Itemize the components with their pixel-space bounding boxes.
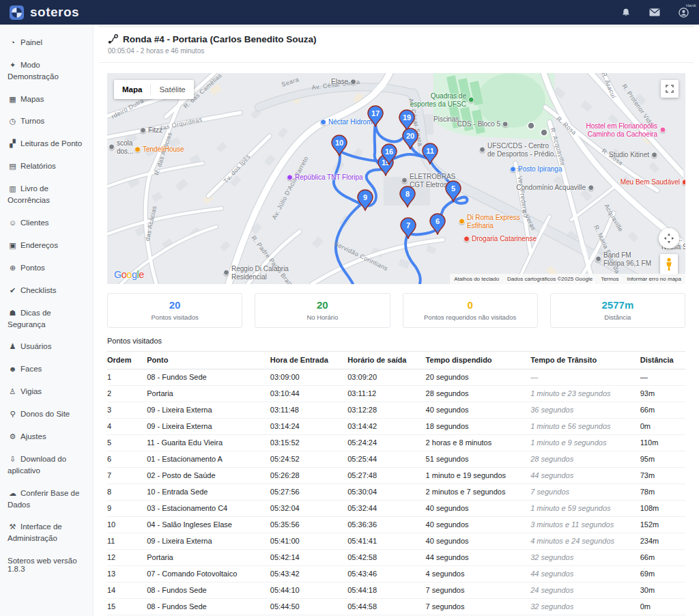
- user-account-icon[interactable]: Hardt: [677, 7, 689, 18]
- map-marker-8[interactable]: 8: [399, 186, 416, 208]
- poi-label-quadras-de[interactable]: Quadras deesportes da UFSC: [410, 92, 474, 108]
- stat-value: 20: [108, 299, 242, 311]
- map-marker-20[interactable]: 20: [402, 128, 418, 150]
- sidebar-item-endere-os[interactable]: ▣Endereços: [0, 234, 93, 257]
- poi-label-rep-blica-tnt-floripa[interactable]: República TNT Floripa: [287, 173, 363, 182]
- poi-label-posto-ipiranga[interactable]: Posto Ipiranga: [510, 165, 562, 173]
- cell: 05:24:24: [347, 435, 425, 451]
- stat-value: 2577m: [551, 299, 685, 311]
- poi-label-fitzz[interactable]: Fitzz: [140, 126, 162, 135]
- map-marker-16[interactable]: 16: [381, 143, 397, 165]
- cell: 234m: [640, 533, 685, 550]
- map-marker-11[interactable]: 11: [422, 143, 438, 165]
- cell: 08 - Fundos Sede: [147, 599, 270, 615]
- poi-label-meu-bem-saud-vel[interactable]: Meu Bem Saudável: [620, 178, 685, 186]
- sidebar-item-faces[interactable]: ☻Faces: [0, 358, 93, 380]
- poi-text: Band FMFloripa 96,1 FM: [603, 251, 651, 267]
- map-view-button[interactable]: Mapa: [114, 80, 150, 99]
- sidebar-item-mapas[interactable]: ▦Mapas: [0, 88, 93, 111]
- cell: 73m: [640, 468, 685, 484]
- svg-text:17: 17: [371, 109, 380, 117]
- table-row: 511 - Guarita Edu Vieira03:15:5205:24:24…: [107, 435, 685, 451]
- poi-text: República TNT Floripa: [295, 173, 363, 182]
- keyboard-shortcuts-link[interactable]: Atalhos do teclado: [454, 276, 499, 282]
- logbook-icon: ▥: [8, 184, 18, 195]
- sidebar-item-painel[interactable]: ◔Painel: [0, 31, 93, 54]
- sidebar-item-vigias[interactable]: ♙Vigias: [0, 380, 93, 403]
- notifications-bell-icon[interactable]: [620, 7, 632, 18]
- face-icon: ☻: [8, 364, 18, 375]
- cell-order: 9: [107, 501, 147, 517]
- sidebar-item-modo-demonstra-o[interactable]: ✦Modo Demonstração: [0, 54, 93, 88]
- street-view-pegman[interactable]: [660, 254, 678, 275]
- sidebar-item-turnos[interactable]: ◷Turnos: [0, 110, 93, 132]
- cell: 18 segundos: [426, 419, 531, 435]
- table-row: 1408 - Fundos Sede05:44:1005:44:187 segu…: [107, 583, 685, 599]
- sidebar-item-interface-de-administra-o[interactable]: ⚒Interface de Administração: [0, 516, 93, 550]
- visited-points-table: OrdemPontoHora de EntradaHorário de saíd…: [107, 351, 685, 616]
- sidebar-item-label: Vigias: [20, 387, 42, 395]
- sidebar-item-dicas-de-seguran-a[interactable]: ☗Dicas de Segurança: [0, 302, 93, 336]
- stat-card-no-hor-rio: 20No Horário: [255, 293, 390, 328]
- sidebar-item-livro-de-ocorr-ncias[interactable]: ▥Livro de Ocorrências: [0, 178, 93, 212]
- poi-label-band-fm[interactable]: Band FMFloripa 96,1 FM: [595, 251, 651, 267]
- svg-text:9: 9: [363, 193, 367, 201]
- sidebar-item-clientes[interactable]: ☺Clientes: [0, 212, 93, 234]
- sidebar-item-relat-rios[interactable]: ▤Relatórios: [0, 155, 93, 178]
- poi-label-elase[interactable]: Elase: [331, 78, 356, 86]
- sidebar-item-pontos[interactable]: ⊕Pontos: [0, 257, 93, 279]
- map-marker-9[interactable]: 9: [357, 189, 373, 211]
- poi-label-condom-nio-acquaville[interactable]: Condomínio Acquaville: [516, 184, 594, 192]
- map-marker-17[interactable]: 17: [367, 105, 384, 127]
- sidebar-item-download-do-aplicativo[interactable]: ⇩Download do aplicativo: [0, 448, 93, 482]
- map-marker-7[interactable]: 7: [400, 217, 416, 239]
- poi-label-scola[interactable]: scolados...: [109, 139, 133, 155]
- poi-dot-icon: [320, 120, 326, 126]
- sidebar-item-donos-do-site[interactable]: ⚲Donos do Site: [0, 403, 93, 425]
- poi-label-studio-kitinet[interactable]: Studio Kitinet: [609, 151, 657, 159]
- map-marker-6[interactable]: 6: [429, 213, 446, 235]
- sidebar-item-conferir-base-de-dados[interactable]: ☁Conferir Base de Dados: [0, 482, 93, 516]
- sidebar-item-usu-rios[interactable]: ♟Usuários: [0, 335, 93, 358]
- cell-order: 12: [107, 550, 147, 566]
- building: [216, 142, 227, 153]
- poi-label-piscinas[interactable]: Piscinas: [433, 115, 459, 124]
- pan-control[interactable]: [659, 228, 679, 249]
- poi-dot-icon: [682, 180, 685, 186]
- cell: 08 - Fundos Sede: [147, 583, 270, 599]
- google-map[interactable]: R. das Caméliasrdeiro DutraTv. das Orquí…: [107, 73, 685, 284]
- svg-text:16: 16: [385, 148, 393, 156]
- google-logo[interactable]: Google: [114, 269, 144, 280]
- cell: 04 - Salão Ingleses Elase: [147, 517, 270, 533]
- page-header: Ronda #4 - Portaria (Carlos Benedito Sou…: [99, 27, 694, 63]
- column-header: Tempo de Trânsito: [530, 352, 640, 369]
- messages-envelope-icon[interactable]: [648, 7, 661, 18]
- map-marker-5[interactable]: 5: [445, 180, 461, 202]
- satellite-view-button[interactable]: Satélite: [151, 80, 193, 99]
- poi-label-tendelihouse[interactable]: TendeliHouse: [134, 145, 184, 154]
- sidebar-item-leituras-de-ponto[interactable]: ▞Leituras de Ponto: [0, 132, 93, 155]
- building: [426, 245, 436, 254]
- cell: 08 - Fundos Sede: [147, 369, 270, 386]
- sidebar-item-ajustes[interactable]: ⚙Ajustes: [0, 425, 93, 448]
- poi-label-hostel-em-florian-polis[interactable]: Hostel em FlorianópolisCaminho da Cachoe…: [586, 122, 666, 138]
- stat-label: Pontos visitados: [108, 313, 242, 321]
- column-header: Ordem: [107, 352, 147, 369]
- svg-text:6: 6: [436, 217, 440, 225]
- poi-label-di-roma-express[interactable]: Di Roma ExpressEsfiharia: [459, 214, 520, 229]
- sidebar-item-label: Pontos: [20, 264, 45, 272]
- poi-label-reggio-di-calabria[interactable]: Reggio Di CalabriaResidencial: [223, 265, 289, 281]
- cell: 36 segundos: [530, 402, 640, 419]
- app-logo[interactable]: soteros: [10, 5, 79, 20]
- poi-label-cds-bloco-5[interactable]: CDS - Bloco 5: [457, 120, 509, 128]
- cell: 05:32:44: [347, 501, 425, 517]
- fullscreen-button[interactable]: [661, 80, 679, 98]
- cell: —: [640, 369, 685, 386]
- poi-label-ufsc-cds-centro[interactable]: UFSC/CDS - Centrode Desportos - Prédio..…: [479, 142, 560, 158]
- report-error-link[interactable]: Informar erro no mapa: [627, 276, 681, 282]
- map-marker-10[interactable]: 10: [331, 135, 347, 156]
- terms-link[interactable]: Termos: [601, 276, 618, 282]
- poi-label-drogaria-catarinense[interactable]: Drogaria Catarinense: [463, 235, 537, 243]
- sidebar-item-checklists[interactable]: ✔Checklists: [0, 279, 93, 302]
- top-navbar: soteros Hardt: [0, 0, 699, 25]
